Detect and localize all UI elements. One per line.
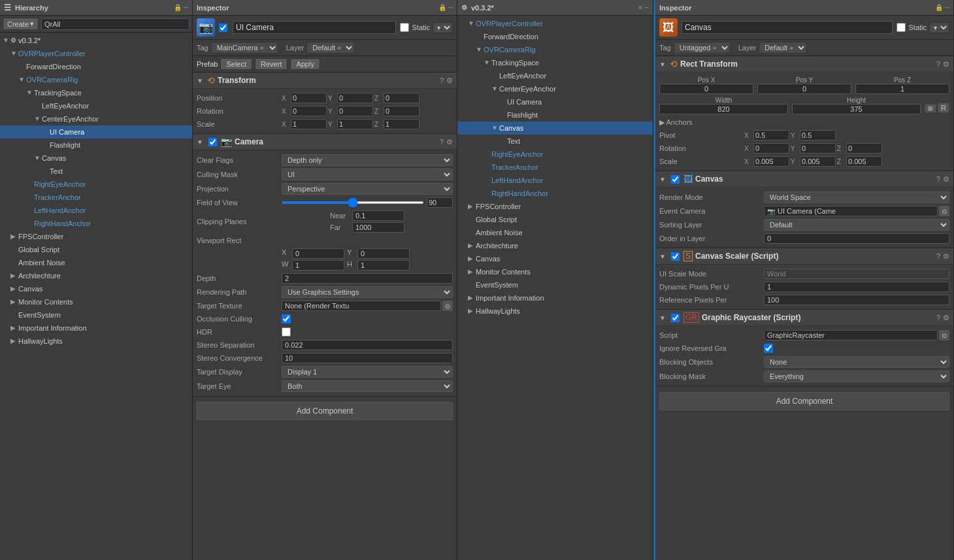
fov-number-input[interactable]: [427, 197, 453, 208]
hr-arch[interactable]: ▶ Architechture: [457, 239, 653, 252]
select-button[interactable]: Select: [220, 58, 252, 70]
vp-h-input[interactable]: [357, 260, 410, 271]
far-input[interactable]: [352, 222, 404, 233]
hr-global[interactable]: Global Script: [457, 213, 653, 226]
hr-important[interactable]: ▶ Important Information: [457, 291, 653, 305]
vp-y-input[interactable]: [357, 248, 410, 259]
culling-mask-select[interactable]: UI: [282, 169, 453, 180]
fov-slider[interactable]: [282, 201, 424, 204]
hr-tracker[interactable]: TrackerAnchor: [457, 161, 653, 174]
ir-scale-y-input[interactable]: [800, 156, 836, 167]
r-btn[interactable]: R: [938, 103, 949, 113]
hr-left-eye[interactable]: LeftEyeAnchor: [457, 69, 653, 82]
rot-x-input[interactable]: [291, 106, 327, 116]
ir-static-checkbox[interactable]: [896, 23, 906, 32]
hr-ambient[interactable]: Ambient Noise: [457, 226, 653, 239]
ir-scale-x-input[interactable]: [753, 156, 789, 167]
pos-z-input[interactable]: [384, 93, 419, 103]
tree-item-tracking-space[interactable]: ▼ TrackingSpace: [0, 86, 192, 99]
hdr-checkbox[interactable]: [282, 327, 291, 337]
scene-root-left[interactable]: ▼ ⚙ v0.3.2*: [0, 34, 192, 47]
rt-width-input[interactable]: [659, 104, 788, 114]
hr-event-sys[interactable]: EventSystem: [457, 278, 653, 291]
tree-item-left-eye[interactable]: LeftEyeAnchor: [0, 99, 192, 112]
tree-item-ui-camera[interactable]: UI Camera: [0, 125, 192, 139]
gr-enabled-cb[interactable]: [671, 314, 680, 322]
camera-enabled-checkbox[interactable]: [208, 138, 217, 146]
tree-item-canvas2[interactable]: ▶ Canvas: [0, 282, 192, 295]
hr-ovr-player[interactable]: ▼ OVRPlayerController: [457, 17, 653, 30]
static-checkbox[interactable]: [400, 23, 409, 32]
pos-x-input[interactable]: [291, 93, 327, 103]
obj-active-checkbox[interactable]: [219, 24, 227, 32]
transform-gear-icon[interactable]: ⚙: [446, 76, 453, 85]
ir-scale-z-input[interactable]: [846, 156, 882, 167]
hr-flashlight[interactable]: Flashlight: [457, 108, 653, 122]
anchors-btn[interactable]: ⊞: [925, 104, 936, 113]
tree-item-forward-dir[interactable]: ForwardDirection: [0, 60, 192, 73]
rt-posz-input[interactable]: [855, 84, 949, 94]
rt-gear-icon[interactable]: ⚙: [943, 60, 949, 69]
search-input[interactable]: [41, 18, 189, 30]
ignore-reversed-checkbox[interactable]: [764, 344, 773, 353]
hr-right-hand[interactable]: RightHandAnchor: [457, 187, 653, 200]
gr-gear-icon[interactable]: ⚙: [943, 314, 949, 322]
target-display-select[interactable]: Display 1: [282, 366, 453, 378]
ir-rot-y-input[interactable]: [800, 143, 836, 154]
hr-hallway[interactable]: ▶ HallwayLights: [457, 305, 653, 318]
scale-x-input[interactable]: [291, 119, 327, 129]
transform-header[interactable]: ▼ ⟲ Transform ? ⚙: [193, 73, 457, 89]
tree-item-canvas-left[interactable]: ▼ Canvas: [0, 152, 192, 165]
scaler-gear-icon[interactable]: ⚙: [943, 252, 949, 261]
pivot-x-input[interactable]: [753, 130, 789, 140]
hr-canvas-sel[interactable]: ▼ Canvas: [457, 122, 653, 135]
occlusion-culling-checkbox[interactable]: [282, 314, 291, 323]
blocking-mask-select[interactable]: Everything: [764, 371, 949, 382]
target-eye-select[interactable]: Both: [282, 380, 453, 392]
ir-static-dropdown[interactable]: ▾: [929, 22, 949, 33]
blocking-objects-select[interactable]: None: [764, 356, 949, 368]
order-in-layer-input[interactable]: [764, 233, 949, 244]
sorting-layer-select[interactable]: Default: [764, 219, 949, 231]
hr-fps[interactable]: ▶ FPSController: [457, 200, 653, 213]
rect-transform-header[interactable]: ▼ ⟲ Rect Transform ? ⚙: [655, 56, 953, 73]
rt-help-icon[interactable]: ?: [936, 60, 940, 69]
hr-canvas2[interactable]: ▶ Canvas: [457, 252, 653, 265]
dynamic-pixels-input[interactable]: [764, 282, 949, 292]
add-component-btn-left[interactable]: Add Component: [197, 402, 453, 420]
tree-item-important[interactable]: ▶ Important Information: [0, 321, 192, 335]
camera-help-icon[interactable]: ?: [440, 138, 444, 146]
gr-help-icon[interactable]: ?: [936, 314, 940, 322]
canvas-gear-icon[interactable]: ⚙: [943, 175, 949, 184]
rt-posy-input[interactable]: [757, 84, 851, 94]
tree-item-monitor[interactable]: ▶ Monitor Contents: [0, 295, 192, 308]
create-button[interactable]: Create ▾: [3, 18, 39, 30]
rendering-path-select[interactable]: Use Graphics Settings: [282, 286, 453, 298]
clear-flags-select[interactable]: Depth only: [282, 154, 453, 166]
tree-item-global-script[interactable]: Global Script: [0, 243, 192, 256]
tree-item-fps[interactable]: ▶ FPSController: [0, 230, 192, 243]
pivot-y-input[interactable]: [800, 130, 836, 140]
event-camera-select-btn[interactable]: ⊙: [939, 206, 949, 216]
ir-obj-name-field[interactable]: [682, 21, 893, 34]
ir-rot-x-input[interactable]: [753, 143, 789, 154]
revert-button[interactable]: Revert: [255, 58, 288, 70]
scaler-enabled-cb[interactable]: [671, 252, 680, 261]
canvas-scaler-header[interactable]: ▼ S Canvas Scaler (Script) ? ⚙: [655, 248, 953, 265]
hr-center-eye[interactable]: ▼ CenterEyeAnchor: [457, 82, 653, 95]
camera-gear-icon[interactable]: ⚙: [446, 138, 453, 146]
rot-y-input[interactable]: [337, 106, 373, 116]
canvas-enabled-cb[interactable]: [671, 175, 680, 184]
hr-ui-camera[interactable]: UI Camera: [457, 95, 653, 108]
ir-tag-select[interactable]: Untagged ÷: [674, 42, 731, 54]
scale-y-input[interactable]: [337, 119, 373, 129]
vp-x-input[interactable]: [292, 248, 344, 259]
tree-item-tracker[interactable]: TrackerAnchor: [0, 191, 192, 204]
hr-ovr-camera-rig[interactable]: ▼ OVRCameraRig: [457, 43, 653, 56]
hr-forward-dir[interactable]: ForwardDirection: [457, 30, 653, 43]
scale-z-input[interactable]: [384, 119, 419, 129]
hr-right-eye[interactable]: RightEyeAnchor: [457, 148, 653, 161]
tree-item-ovr-player[interactable]: ▼ OVRPlayerController: [0, 47, 192, 60]
apply-button[interactable]: Apply: [290, 58, 320, 70]
tree-item-center-eye[interactable]: ▼ CenterEyeAnchor: [0, 112, 192, 125]
